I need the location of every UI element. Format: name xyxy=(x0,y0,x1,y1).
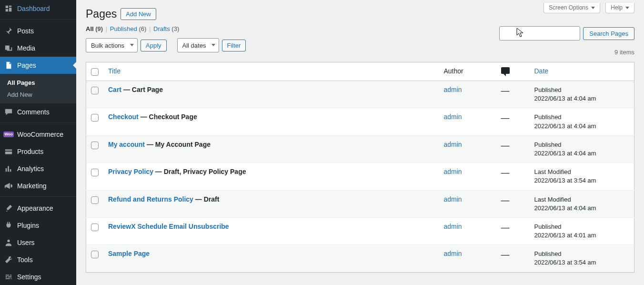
wrench-icon xyxy=(4,255,13,265)
filter-drafts[interactable]: Drafts (3) xyxy=(153,25,179,32)
svg-point-1 xyxy=(7,240,10,242)
row-checkbox[interactable] xyxy=(91,142,99,149)
row-author-link[interactable]: admin xyxy=(444,86,462,93)
user-icon xyxy=(4,238,13,247)
row-author-link[interactable]: admin xyxy=(444,113,462,121)
sidebar-item-posts[interactable]: Posts xyxy=(0,22,76,40)
filter-drafts-label: Drafts xyxy=(153,25,170,32)
media-icon xyxy=(4,43,13,53)
filter-all-count: (9) xyxy=(95,25,103,32)
sidebar-item-comments[interactable]: Comments xyxy=(0,103,76,121)
filter-published-label: Published xyxy=(110,25,137,32)
col-header-date[interactable]: Date xyxy=(530,62,634,81)
sidebar-item-media[interactable]: Media xyxy=(0,40,76,57)
row-checkbox[interactable] xyxy=(91,169,99,176)
filter-published[interactable]: Published (6) xyxy=(110,25,147,32)
dashboard-icon xyxy=(4,4,13,13)
row-author-link[interactable]: admin xyxy=(444,195,462,203)
row-title-link[interactable]: Privacy Policy xyxy=(108,168,153,175)
sidebar-item-pages[interactable]: Pages xyxy=(0,57,76,74)
sidebar-item-woocommerce[interactable]: Woo WooCommerce xyxy=(0,126,76,143)
sidebar-item-products[interactable]: Products xyxy=(0,143,76,160)
table-row: ReviewX Schedule Email Unsubscribeadmin—… xyxy=(86,217,634,244)
row-post-state: — Checkout Page xyxy=(139,113,197,121)
table-row: Privacy Policy — Draft, Privacy Policy P… xyxy=(86,163,634,190)
submenu-item-add-new[interactable]: Add New xyxy=(0,89,76,101)
table-row: Cart — Cart Pageadmin—Published2022/06/1… xyxy=(86,81,634,108)
row-comments: — xyxy=(496,163,530,190)
admin-sidebar: Dashboard Posts Media Pages All Pages Ad… xyxy=(0,0,76,285)
sidebar-item-users[interactable]: Users xyxy=(0,234,76,251)
sidebar-separator xyxy=(0,121,76,123)
row-author-link[interactable]: admin xyxy=(444,168,462,175)
row-checkbox[interactable] xyxy=(91,251,99,258)
col-header-author: Author xyxy=(439,62,496,81)
search-button[interactable]: Search Pages xyxy=(583,27,634,40)
sidebar-item-analytics[interactable]: Analytics xyxy=(0,160,76,177)
search-input[interactable] xyxy=(499,26,580,41)
filter-all[interactable]: All (9) xyxy=(86,25,103,32)
help-button[interactable]: Help xyxy=(605,3,634,13)
page-title: Pages xyxy=(86,8,117,20)
help-label: Help xyxy=(611,4,623,11)
row-comments: — xyxy=(496,81,530,108)
row-checkbox[interactable] xyxy=(91,87,99,94)
row-comments: — xyxy=(496,217,530,244)
row-checkbox[interactable] xyxy=(91,114,99,122)
row-checkbox[interactable] xyxy=(91,196,99,204)
row-comments: — xyxy=(496,108,530,135)
submenu-item-all-pages[interactable]: All Pages xyxy=(0,77,76,89)
sidebar-item-dashboard[interactable]: Dashboard xyxy=(0,0,76,17)
main-content: Screen Options Help Pages Add New All (9… xyxy=(76,0,644,285)
col-author-label: Author xyxy=(444,67,463,75)
row-title-link[interactable]: My account xyxy=(108,141,145,148)
filter-published-count: (6) xyxy=(139,25,147,32)
row-date: Published2022/06/13 at 4:01 am xyxy=(530,217,634,244)
sidebar-item-tools[interactable]: Tools xyxy=(0,251,76,268)
row-comments: — xyxy=(496,245,530,272)
row-title-link[interactable]: Refund and Returns Policy xyxy=(108,195,193,203)
sidebar-item-label: Appearance xyxy=(17,204,53,212)
screen-options-button[interactable]: Screen Options xyxy=(543,3,600,13)
sidebar-item-label: Analytics xyxy=(17,165,44,173)
row-checkbox[interactable] xyxy=(91,224,99,231)
sidebar-item-label: Pages xyxy=(17,61,36,69)
sidebar-item-label: Plugins xyxy=(17,222,39,229)
row-post-state: — My Account Page xyxy=(145,141,211,148)
pin-icon xyxy=(4,26,13,36)
apply-button[interactable]: Apply xyxy=(141,40,167,51)
row-date: Last Modified2022/06/13 at 3:54 am xyxy=(530,163,634,190)
svg-point-0 xyxy=(7,46,8,47)
select-all-checkbox[interactable] xyxy=(91,68,99,76)
filter-all-label: All xyxy=(86,25,94,32)
col-header-title[interactable]: Title xyxy=(103,62,439,81)
sidebar-item-label: Users xyxy=(17,239,35,246)
chevron-down-icon xyxy=(591,7,595,9)
sidebar-item-plugins[interactable]: Plugins xyxy=(0,217,76,234)
sidebar-item-settings[interactable]: Settings xyxy=(0,268,76,285)
date-filter-select[interactable]: All dates xyxy=(177,38,219,52)
row-author-link[interactable]: admin xyxy=(444,250,462,257)
sidebar-item-label: Media xyxy=(17,44,35,52)
sidebar-item-label: Posts xyxy=(17,27,34,35)
megaphone-icon xyxy=(4,181,13,191)
plug-icon xyxy=(4,221,13,230)
separator: | xyxy=(148,25,151,32)
row-author-link[interactable]: admin xyxy=(444,141,462,148)
row-author-link[interactable]: admin xyxy=(444,223,462,230)
sidebar-item-appearance[interactable]: Appearance xyxy=(0,200,76,217)
row-comments: — xyxy=(496,190,530,217)
row-title-link[interactable]: Cart xyxy=(108,86,121,93)
filter-drafts-count: (3) xyxy=(171,25,179,32)
add-new-button[interactable]: Add New xyxy=(121,8,156,20)
row-title-link[interactable]: ReviewX Schedule Email Unsubscribe xyxy=(108,223,229,230)
sidebar-item-marketing[interactable]: Marketing xyxy=(0,177,76,194)
items-count: 9 items xyxy=(614,49,634,56)
row-title-link[interactable]: Checkout xyxy=(108,113,139,121)
row-title-link[interactable]: Sample Page xyxy=(108,250,150,257)
woocommerce-icon: Woo xyxy=(4,130,13,139)
col-header-comments[interactable] xyxy=(496,62,530,81)
bulk-actions-select[interactable]: Bulk actions xyxy=(86,38,138,52)
filter-button[interactable]: Filter xyxy=(222,40,246,51)
sidebar-item-label: Marketing xyxy=(17,182,46,190)
